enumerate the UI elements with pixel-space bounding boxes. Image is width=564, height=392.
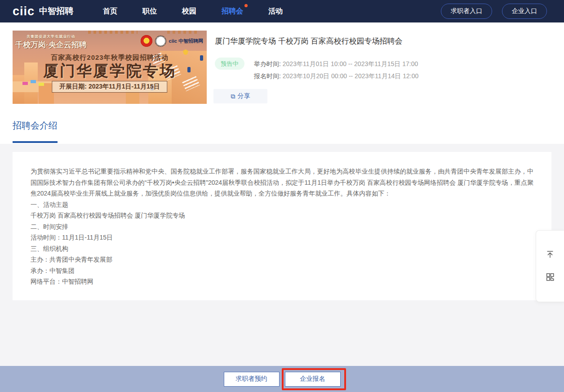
decoration-chip xyxy=(39,83,44,86)
school-seal-icon xyxy=(155,36,166,47)
ciic-brand-text: ciic 中智招聘网 xyxy=(169,38,203,45)
jobseeker-reserve-button[interactable]: 求职者预约 xyxy=(224,372,280,387)
decoration-chip xyxy=(22,82,28,85)
share-button[interactable]: ⧉ 分享 xyxy=(213,89,267,103)
hold-time-value: 2023年11月01日 10:00 -- 2023年11月15日 17:00 xyxy=(283,60,418,67)
campaign-badge-text: 千校万岗·央企云招聘 xyxy=(15,40,87,50)
nav-item-jobs[interactable]: 职位 xyxy=(140,5,160,18)
floating-side-panel xyxy=(536,230,564,302)
banner-title: 厦门华厦学院专场 xyxy=(13,61,207,81)
banner-logos: ciic 中智招聘网 xyxy=(141,35,203,47)
jobseeker-entry-button[interactable]: 求职者入口 xyxy=(441,4,492,19)
event-banner-image: 共青团促进大学生就业行动 千校万岗·央企云招聘 ciic 中智招聘网 百家高校行… xyxy=(13,31,207,104)
share-button-label: 分享 xyxy=(238,92,250,100)
campaign-badge-small-text: 共青团促进大学生就业行动 xyxy=(15,34,87,39)
top-navbar: ciic 中智招聘 首页 职位 校园 招聘会 活动 求职者入口 企业入口 xyxy=(0,0,564,22)
site-logo[interactable]: ciic 中智招聘 xyxy=(13,5,73,18)
intro-paragraph: 为贯彻落实习近平总书记重要指示精神和党中央、国务院稳就业工作部署，服务国家稳就业… xyxy=(31,166,533,199)
intro-line: 网络平台：中智招聘网 xyxy=(31,276,533,287)
status-badge: 预告中 xyxy=(215,58,244,70)
logo-ciic-text: ciic xyxy=(13,5,35,18)
campaign-badge: 共青团促进大学生就业行动 千校万岗·央企云招聘 xyxy=(15,34,87,50)
signup-time-value: 2023年10月20日 00:00 -- 2023年11月14日 12:00 xyxy=(283,72,419,80)
banner-date-box: 开展日期: 2023年11月1日-11月15日 xyxy=(52,81,167,93)
intro-line: 主办：共青团中央青年发展部 xyxy=(31,254,533,265)
entry-buttons: 求职者入口 企业入口 xyxy=(441,4,547,19)
bottom-action-bar: 求职者预约 企业报名 xyxy=(0,366,564,392)
intro-line: 三、组织机构 xyxy=(31,243,533,254)
company-signup-button[interactable]: 企业报名 xyxy=(285,372,341,387)
signup-time-label: 报名时间: xyxy=(254,72,281,80)
hold-time-row: 举办时间: 2023年11月01日 10:00 -- 2023年11月15日 1… xyxy=(254,60,418,68)
share-icon: ⧉ xyxy=(231,93,235,99)
tab-jobfair-intro[interactable]: 招聘会介绍 xyxy=(13,120,58,132)
league-emblem-icon xyxy=(141,35,152,47)
intro-line: 一、活动主题 xyxy=(31,199,533,210)
nav-item-home[interactable]: 首页 xyxy=(100,5,120,18)
notification-dot xyxy=(244,4,248,7)
nav-item-activities[interactable]: 活动 xyxy=(266,5,285,18)
back-to-top-icon[interactable] xyxy=(545,249,555,259)
qrcode-icon[interactable] xyxy=(545,272,555,282)
hold-time-label: 举办时间: xyxy=(254,60,281,67)
signup-time-row: 报名时间: 2023年10月20日 00:00 -- 2023年11月14日 1… xyxy=(254,72,418,80)
nav-item-campus[interactable]: 校园 xyxy=(179,5,199,18)
intro-line: 承办：中智集团 xyxy=(31,265,533,276)
company-entry-button[interactable]: 企业入口 xyxy=(502,4,547,19)
event-title: 厦门华厦学院专场 千校万岗 百家高校行校园专场招聘会 xyxy=(215,36,466,46)
checker-decoration xyxy=(167,31,199,34)
tab-active-underline xyxy=(13,141,58,143)
intro-line: 千校万岗 百家高校行校园专场招聘会 厦门华厦学院专场 xyxy=(31,210,533,221)
nav-item-jobfair-label: 招聘会 xyxy=(222,7,243,15)
main-nav: 首页 职位 校园 招聘会 活动 xyxy=(100,5,285,18)
intro-line: 二、时间安排 xyxy=(31,221,533,232)
intro-content-card: 为贯彻落实习近平总书记重要指示精神和党中央、国务院稳就业工作部署，服务国家稳就业… xyxy=(13,152,551,300)
intro-line: 活动时间：11月1日-11月15日 xyxy=(31,232,533,243)
logo-brand-text: 中智招聘 xyxy=(39,5,73,17)
checker-decoration xyxy=(88,31,138,34)
nav-item-jobfair[interactable]: 招聘会 xyxy=(219,5,246,18)
